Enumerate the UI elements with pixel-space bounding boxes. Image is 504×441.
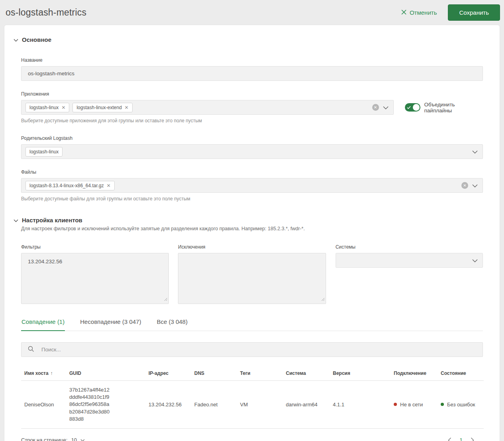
tab-match[interactable]: Совпадение (1) — [21, 318, 65, 331]
filters-field — [21, 253, 169, 304]
section-clients-description: Для настроек фильтров и исключений испол… — [21, 226, 483, 231]
cell-guid: 37b1267a4ff4e12 dddfe443810c1f9 86dcf2f5… — [66, 381, 145, 429]
application-tag-label: logstash-linux — [29, 105, 59, 110]
cell-dns: Fadeo.net — [191, 381, 237, 429]
column-system[interactable]: Система — [283, 367, 330, 381]
application-tag: logstash-linux-extend ✕ — [72, 103, 132, 112]
remove-tag-icon[interactable]: ✕ — [61, 105, 65, 110]
cell-hostname: DeniseOlson — [21, 381, 66, 429]
next-page-button[interactable] — [470, 437, 475, 441]
pagination: 1 — [447, 437, 475, 441]
files-select[interactable]: logstash-8.13.4-linux-x86_64.tar.gz ✕ ✕ — [21, 178, 483, 193]
chevron-down-icon[interactable] — [383, 104, 389, 111]
clear-icon[interactable]: ✕ — [372, 104, 379, 111]
cell-version: 4.1.1 — [330, 381, 391, 429]
remove-tag-icon[interactable]: ✕ — [107, 183, 111, 188]
applications-hint: Выберите доступные приложения для этой г… — [21, 118, 483, 123]
search-input[interactable] — [39, 347, 478, 353]
chevron-down-icon[interactable] — [472, 182, 478, 189]
filters-textarea[interactable] — [21, 253, 168, 304]
column-guid[interactable]: GUID — [66, 367, 145, 381]
merge-pipelines-label: Объединить пайплайны — [424, 102, 483, 114]
table-row[interactable]: DeniseOlson 37b1267a4ff4e12 dddfe443810c… — [21, 381, 484, 429]
section-main-header[interactable]: Основное — [14, 36, 483, 43]
section-main-title: Основное — [22, 36, 51, 43]
column-ip[interactable]: IP-адрес — [145, 367, 191, 381]
hosts-table: Имя хоста↑ GUID IP-адрес DNS Теги Систем… — [21, 367, 484, 429]
rows-per-page-control[interactable]: Строк на странице: 10 — [21, 437, 85, 441]
clear-icon[interactable]: ✕ — [461, 182, 468, 189]
cell-state: Без ошибок — [438, 381, 484, 429]
state-status-label: Без ошибок — [447, 402, 475, 408]
close-icon — [401, 9, 406, 16]
rows-per-page-label: Строк на странице: — [21, 437, 68, 441]
file-tag: logstash-8.13.4-linux-x86_64.tar.gz ✕ — [25, 181, 115, 190]
filters-label: Фильтры — [21, 244, 169, 250]
form-panel: Основное Название Приложения logstash-li… — [4, 25, 500, 441]
name-field — [21, 66, 483, 81]
cancel-button-label: Отменить — [410, 9, 437, 16]
files-field-label: Файлы — [21, 169, 483, 175]
save-button[interactable]: Сохранить — [448, 4, 500, 21]
page-number[interactable]: 1 — [459, 437, 463, 441]
files-hint: Выберите доступные файлы для этой группы… — [21, 196, 483, 202]
chevron-down-icon — [14, 36, 18, 43]
column-version[interactable]: Версия — [330, 367, 391, 381]
topbar-actions: Отменить Сохранить — [401, 4, 500, 21]
column-hostname[interactable]: Имя хоста↑ — [21, 367, 66, 381]
parent-tag-label: logstash-linux — [29, 149, 59, 155]
remove-tag-icon[interactable]: ✕ — [125, 105, 129, 110]
name-input[interactable] — [25, 71, 478, 76]
cell-system: darwin-arm64 — [283, 381, 330, 429]
parent-logstash-select[interactable]: logstash-linux — [21, 144, 483, 159]
applications-select[interactable]: logstash-linux ✕ logstash-linux-extend ✕… — [21, 100, 394, 115]
prev-page-button[interactable] — [447, 437, 452, 441]
offline-status-dot — [394, 403, 397, 406]
column-dns[interactable]: DNS — [191, 367, 237, 381]
search-field — [21, 342, 483, 357]
column-tags[interactable]: Теги — [237, 367, 283, 381]
tab-all[interactable]: Все (3 048) — [156, 318, 188, 331]
systems-label: Системы — [336, 244, 483, 250]
table-header-row: Имя хоста↑ GUID IP-адрес DNS Теги Систем… — [21, 367, 484, 381]
top-bar: os-logstash-metrics Отменить Сохранить — [0, 0, 504, 25]
cell-tags: VM — [237, 381, 283, 429]
parent-tag: logstash-linux — [25, 147, 63, 157]
parent-field-label: Родительский Logstash — [21, 135, 483, 141]
exclusions-textarea[interactable] — [178, 253, 325, 304]
cancel-button[interactable]: Отменить — [401, 9, 437, 16]
merge-pipelines-toggle[interactable] — [405, 103, 420, 112]
check-icon — [407, 103, 411, 112]
systems-select[interactable] — [336, 253, 483, 268]
chevron-down-icon — [14, 217, 18, 223]
page-title: os-logstash-metrics — [6, 7, 86, 18]
column-state[interactable]: Состояние — [438, 367, 484, 381]
file-tag-label: logstash-8.13.4-linux-x86_64.tar.gz — [29, 183, 104, 188]
section-clients-title: Настройка клиентов — [22, 217, 82, 223]
merge-pipelines-toggle-wrap: Объединить пайплайны — [405, 102, 483, 114]
ok-status-dot — [441, 403, 444, 406]
cell-ip: 13.204.232.56 — [145, 381, 191, 429]
exclusions-label: Исключения — [178, 244, 326, 250]
section-clients-header[interactable]: Настройка клиентов — [14, 217, 483, 223]
cell-connection: Не в сети — [391, 381, 438, 429]
application-tag: logstash-linux ✕ — [25, 103, 69, 112]
exclusions-field — [178, 253, 326, 304]
name-field-label: Название — [21, 57, 483, 63]
results-tabs: Совпадение (1) Несовпадение (3 047) Все … — [21, 318, 483, 331]
search-icon — [28, 346, 34, 354]
application-tag-label: logstash-linux-extend — [76, 105, 121, 110]
sort-asc-icon: ↑ — [51, 370, 53, 376]
tab-mismatch[interactable]: Несовпадение (3 047) — [80, 318, 141, 331]
chevron-down-icon — [80, 437, 85, 441]
applications-field-label: Приложения — [21, 91, 483, 97]
rows-per-page-value: 10 — [71, 437, 77, 441]
applications-row: logstash-linux ✕ logstash-linux-extend ✕… — [21, 100, 483, 115]
column-connection[interactable]: Подключение — [391, 367, 438, 381]
chevron-down-icon[interactable] — [472, 257, 478, 264]
table-footer: Строк на странице: 10 1 — [21, 437, 483, 441]
connection-status-label: Не в сети — [400, 402, 423, 408]
chevron-down-icon[interactable] — [472, 148, 478, 155]
